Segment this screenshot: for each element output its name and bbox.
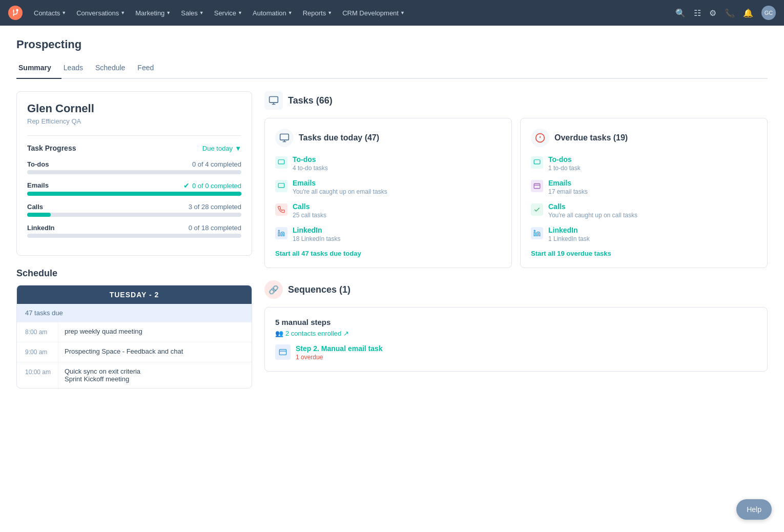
task-item-label[interactable]: Emails (548, 179, 588, 187)
task-item-label[interactable]: LinkedIn (293, 226, 340, 234)
task-item: Calls You're all caught up on call tasks (531, 202, 757, 219)
task-item-info: To-dos 4 to-do tasks (293, 155, 328, 172)
progress-bar-fill (27, 213, 51, 217)
schedule-row: 8:00 am prep weekly quad meeting (17, 322, 252, 342)
nav-item-contacts[interactable]: Contacts▼ (29, 9, 71, 17)
nav-items: Contacts▼Conversations▼Marketing▼Sales▼S… (29, 9, 410, 17)
svg-rect-4 (278, 160, 284, 164)
task-item-sub: 17 email tasks (548, 188, 588, 195)
nav-item-sales[interactable]: Sales▼ (176, 9, 209, 17)
progress-bar-bg (27, 213, 241, 217)
calls-icon[interactable]: 📞 (725, 8, 735, 18)
task-item-icon (531, 156, 543, 169)
notifications-icon[interactable]: 🔔 (743, 8, 753, 18)
progress-label: To-dos (27, 160, 49, 168)
svg-rect-6 (278, 232, 279, 236)
nav-item-conversations[interactable]: Conversations▼ (71, 9, 130, 17)
progress-item-linkedin: LinkedIn 0 of 18 completed (27, 224, 241, 238)
marketplace-icon[interactable]: ☷ (694, 8, 701, 18)
tabs: SummaryLeadsScheduleFeed (16, 59, 768, 79)
schedule-time: 9:00 am (17, 342, 58, 362)
nav-item-service[interactable]: Service▼ (209, 9, 247, 17)
tasks-section-title: Tasks (66) (288, 95, 333, 106)
seq-step-label[interactable]: Step 2. Manual email task (296, 344, 383, 353)
task-item-label[interactable]: To-dos (293, 155, 328, 163)
search-icon[interactable]: 🔍 (675, 8, 686, 18)
task-card-header: Overdue tasks (19) (531, 129, 757, 147)
task-item-label[interactable]: Calls (548, 202, 637, 211)
external-link-icon: ↗ (343, 330, 349, 337)
seq-contacts-enrolled[interactable]: 👥 2 contacts enrolled ↗ (275, 330, 757, 337)
schedule-time: 10:00 am (17, 362, 58, 388)
progress-item-to-dos: To-dos 0 of 4 completed (27, 160, 241, 174)
task-card-title: Tasks due today (47) (299, 133, 379, 142)
task-item-sub: 25 call tasks (293, 212, 326, 219)
tasks-grid: Tasks due today (47) To-dos 4 to-do task… (264, 118, 768, 268)
task-item-icon (531, 203, 543, 216)
task-item: Emails You're all caught up on email tas… (275, 179, 501, 195)
task-item-label[interactable]: Emails (293, 179, 387, 187)
schedule-event-title: Quick sync on exit criteria (65, 367, 245, 375)
svg-point-1 (16, 9, 18, 11)
task-item-info: Calls You're all caught up on call tasks (548, 202, 637, 219)
svg-rect-13 (534, 232, 535, 236)
tab-summary[interactable]: Summary (16, 59, 61, 79)
progress-label: Calls (27, 203, 43, 211)
task-start-link[interactable]: Start all 47 tasks due today (275, 250, 501, 257)
hubspot-logo[interactable] (8, 6, 23, 20)
task-progress-header: Task Progress Due today ▼ (27, 144, 241, 152)
task-item-info: LinkedIn 18 LinkedIn tasks (293, 226, 340, 242)
svg-point-0 (8, 6, 23, 20)
nav-item-reports[interactable]: Reports▼ (298, 9, 337, 17)
task-progress-title: Task Progress (27, 144, 76, 152)
task-item-label[interactable]: LinkedIn (548, 226, 590, 234)
svg-point-14 (534, 230, 535, 231)
task-item-icon (531, 227, 543, 239)
svg-rect-3 (280, 134, 289, 140)
svg-rect-11 (534, 160, 540, 164)
task-item-sub: 18 LinkedIn tasks (293, 235, 340, 242)
progress-bar-fill (27, 192, 241, 196)
settings-icon[interactable]: ⚙ (709, 8, 716, 18)
sequences-header: 🔗 Sequences (1) (264, 280, 768, 299)
svg-rect-2 (270, 97, 278, 103)
nav-item-automation[interactable]: Automation▼ (247, 9, 298, 17)
task-item-label[interactable]: Calls (293, 202, 326, 211)
sequences-card: 5 manual steps 👥 2 contacts enrolled ↗ (264, 307, 768, 372)
rep-name: Glen Cornell (27, 102, 241, 115)
task-item-sub: 4 to-do tasks (293, 165, 328, 172)
user-avatar[interactable]: GC (761, 6, 776, 20)
tab-leads[interactable]: Leads (61, 59, 93, 79)
schedule-title: Schedule (16, 268, 252, 279)
progress-count: 3 of 28 completed (189, 203, 241, 211)
task-item: To-dos 1 to-do task (531, 155, 757, 172)
schedule-event-title: prep weekly quad meeting (65, 328, 245, 335)
task-item: LinkedIn 1 LinkedIn task (531, 226, 757, 242)
task-start-link[interactable]: Start all 19 overdue tasks (531, 250, 757, 257)
progress-count: 0 of 4 completed (192, 160, 241, 168)
progress-bar-bg (27, 192, 241, 196)
left-column: Glen Cornell Rep Efficiency QA Task Prog… (16, 91, 252, 388)
nav-item-crm-dev[interactable]: CRM Development▼ (337, 9, 410, 17)
schedule-event-title: Sprint Kickoff meeting (65, 375, 245, 383)
progress-count: 0 of 18 completed (189, 224, 241, 232)
schedule-rows: 8:00 am prep weekly quad meeting 9:00 am… (17, 322, 252, 388)
due-today-button[interactable]: Due today ▼ (202, 145, 241, 152)
task-item-info: Emails You're all caught up on email tas… (293, 179, 387, 195)
task-item-info: Calls 25 call tasks (293, 202, 326, 219)
progress-item-calls: Calls 3 of 28 completed (27, 203, 241, 217)
main-content: Glen Cornell Rep Efficiency QA Task Prog… (16, 91, 768, 388)
schedule-time: 8:00 am (17, 322, 58, 342)
task-item-label[interactable]: To-dos (548, 155, 581, 163)
tab-feed[interactable]: Feed (135, 59, 164, 79)
svg-rect-12 (534, 183, 540, 188)
schedule-row: 10:00 am Quick sync on exit criteriaSpri… (17, 362, 252, 388)
page-content: Prospecting SummaryLeadsScheduleFeed Gle… (0, 26, 784, 532)
progress-bar-bg (27, 170, 241, 174)
tab-schedule[interactable]: Schedule (93, 59, 135, 79)
contacts-icon: 👥 (275, 330, 283, 337)
nav-item-marketing[interactable]: Marketing▼ (130, 9, 176, 17)
task-card-header: Tasks due today (47) (275, 129, 501, 147)
right-column: Tasks (66) Tasks due today (47) To-dos 4… (264, 91, 768, 388)
help-button[interactable]: Help (736, 499, 772, 520)
